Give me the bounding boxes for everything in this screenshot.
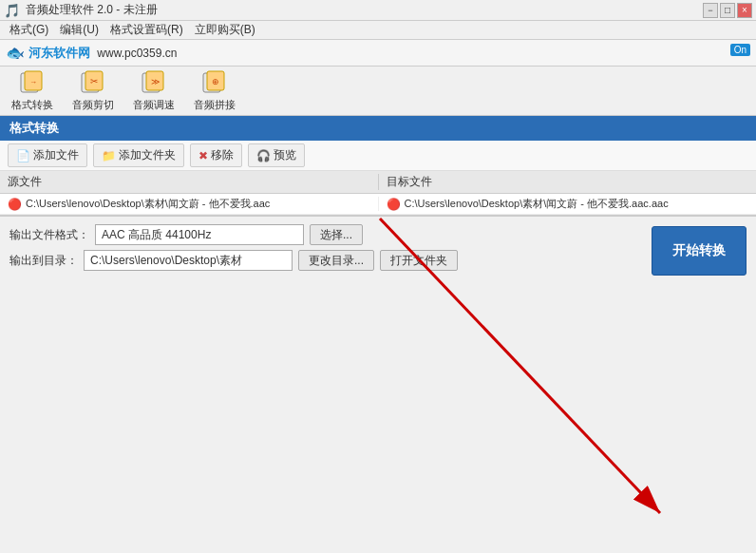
format-label: 输出文件格式： xyxy=(9,227,89,243)
file-list-header: 源文件 目标文件 xyxy=(0,171,756,194)
audio-speed-icon: ≫ xyxy=(141,69,167,96)
toolbar: → 格式转换 ✂ 音频剪切 ≫ 音频调速 xyxy=(0,67,756,116)
toolbar-label-audio-speed: 音频调速 xyxy=(133,98,175,112)
toolbar-label-audio-merge: 音频拼接 xyxy=(194,98,236,112)
remove-icon: ✖ xyxy=(198,149,208,162)
file-list-area: 源文件 目标文件 🔴 C:\Users\lenovo\Desktop\素材\闻文… xyxy=(0,171,756,216)
svg-text:→: → xyxy=(29,78,37,86)
format-input[interactable] xyxy=(95,224,304,245)
section-title: 格式转换 xyxy=(9,120,59,137)
title-bar-left: 🎵 音频处理软件 2.0 - 未注册 xyxy=(4,2,158,18)
minimize-button[interactable]: － xyxy=(703,3,718,18)
close-button[interactable]: × xyxy=(737,3,752,18)
section-header: 格式转换 xyxy=(0,116,756,141)
menu-item-buy[interactable]: 立即购买(B) xyxy=(189,20,261,40)
table-row[interactable]: 🔴 C:\Users\lenovo\Desktop\素材\闻文蔚 - 他不爱我.… xyxy=(0,194,756,215)
on-badge: On xyxy=(730,44,750,56)
menu-item-edit[interactable]: 编辑(U) xyxy=(54,20,104,40)
title-bar-controls: － □ × xyxy=(703,3,752,18)
menu-item-format[interactable]: 格式(G) xyxy=(4,20,54,40)
add-file-icon: 📄 xyxy=(16,149,30,162)
remove-label: 移除 xyxy=(211,147,234,163)
audio-cut-icon: ✂ xyxy=(80,69,106,96)
format-select-button[interactable]: 选择... xyxy=(310,224,363,245)
window-title: 音频处理软件 2.0 - 未注册 xyxy=(26,2,158,18)
audio-merge-icon: ⊕ xyxy=(201,69,228,96)
toolbar-btn-format-convert[interactable]: → 格式转换 xyxy=(8,67,57,114)
toolbar-label-audio-cut: 音频剪切 xyxy=(72,98,114,112)
toolbar-btn-audio-cut[interactable]: ✂ 音频剪切 xyxy=(68,67,118,114)
menu-item-format-settings[interactable]: 格式设置码(R) xyxy=(104,20,189,40)
toolbar-btn-audio-merge[interactable]: ⊕ 音频拼接 xyxy=(190,67,239,114)
svg-text:⊕: ⊕ xyxy=(212,77,219,86)
add-folder-label: 添加文件夹 xyxy=(119,147,176,163)
logo-text: 河东软件网 xyxy=(28,45,90,62)
svg-text:✂: ✂ xyxy=(90,76,98,86)
change-dir-button[interactable]: 更改目录... xyxy=(298,250,374,271)
file-src-cell: 🔴 C:\Users\lenovo\Desktop\素材\闻文蔚 - 他不爱我.… xyxy=(0,197,379,211)
add-file-label: 添加文件 xyxy=(33,147,79,163)
toolbar-label-format-convert: 格式转换 xyxy=(11,98,53,112)
action-bar: 📄 添加文件 📁 添加文件夹 ✖ 移除 🎧 预览 xyxy=(0,141,756,171)
format-convert-icon: → xyxy=(19,69,46,96)
file-src-path: C:\Users\lenovo\Desktop\素材\闻文蔚 - 他不爱我.aa… xyxy=(26,197,270,211)
dir-input[interactable] xyxy=(84,250,293,271)
preview-button[interactable]: 🎧 预览 xyxy=(248,143,305,167)
add-folder-button[interactable]: 📁 添加文件夹 xyxy=(93,143,184,167)
logo-bar: 🐟 河东软件网 www.pc0359.cn On xyxy=(0,40,756,67)
dir-label: 输出到目录： xyxy=(9,253,78,269)
menu-bar: 格式(G) 编辑(U) 格式设置码(R) 立即购买(B) xyxy=(0,21,756,40)
add-file-button[interactable]: 📄 添加文件 xyxy=(8,143,87,167)
open-folder-button[interactable]: 打开文件夹 xyxy=(380,250,458,271)
bottom-area: 输出文件格式： 选择... 输出到目录： 更改目录... 打开文件夹 开始转换 xyxy=(0,216,756,283)
dir-row: 输出到目录： 更改目录... 打开文件夹 xyxy=(9,250,642,271)
col-src-header: 源文件 xyxy=(0,174,379,190)
maximize-button[interactable]: □ xyxy=(720,3,735,18)
add-folder-icon: 📁 xyxy=(102,149,116,162)
remove-button[interactable]: ✖ 移除 xyxy=(190,143,242,167)
format-row: 输出文件格式： 选择... xyxy=(9,224,642,245)
file-dst-cell: 🔴 C:\Users\lenovo\Desktop\素材\闻文蔚 - 他不爱我.… xyxy=(379,197,757,211)
preview-label: 预览 xyxy=(274,147,296,163)
toolbar-btn-audio-speed[interactable]: ≫ 音频调速 xyxy=(129,67,179,114)
start-convert-button[interactable]: 开始转换 xyxy=(652,226,747,276)
col-dst-header: 目标文件 xyxy=(379,174,757,190)
svg-text:≫: ≫ xyxy=(151,77,160,86)
logo-url: www.pc0359.cn xyxy=(94,47,177,60)
preview-icon: 🎧 xyxy=(256,149,271,162)
file-dst-path: C:\Users\lenovo\Desktop\素材\闻文蔚 - 他不爱我.aa… xyxy=(405,197,669,211)
title-bar: 🎵 音频处理软件 2.0 - 未注册 － □ × xyxy=(0,0,756,21)
